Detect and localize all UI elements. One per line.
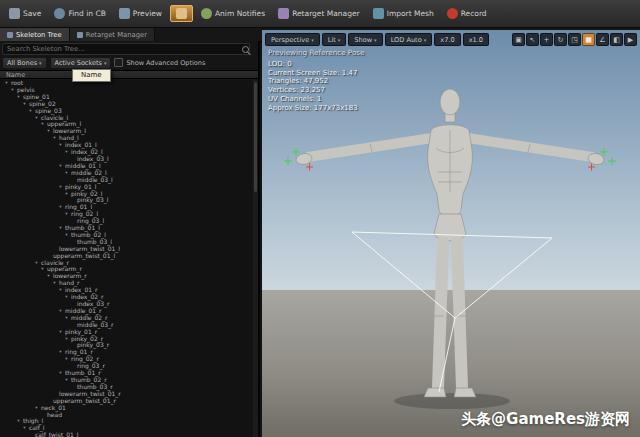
tree-item-middle_01_l[interactable]: ▾middle_01_l (0, 163, 252, 170)
name-column-header[interactable]: Name (0, 70, 258, 79)
expander-icon[interactable]: ▾ (34, 405, 39, 412)
tree-item-index_02_l[interactable]: ▾index_02_l (0, 149, 252, 156)
toolbar-button-preview[interactable]: Preview (114, 6, 167, 21)
tree-item-lowerarm_twist_01_r[interactable]: lowerarm_twist_01_r (0, 391, 252, 398)
viewport-button-lit[interactable]: Lit▾ (322, 33, 347, 46)
tree-item-pinky_03_l[interactable]: pinky_03_l (0, 197, 252, 204)
expander-icon[interactable]: ▾ (64, 377, 69, 384)
tree-item-thumb_02_l[interactable]: ▾thumb_02_l (0, 232, 252, 239)
tree-item-root[interactable]: ▾root (0, 80, 252, 87)
preview-pose-label[interactable]: Previewing Reference Pose (268, 48, 365, 57)
tree-item-middle_02_r[interactable]: ▾middle_02_r (0, 315, 252, 322)
expander-icon[interactable]: ▾ (22, 425, 27, 432)
toolbar-button-anim-notifies[interactable]: Anim Notifies (196, 6, 270, 21)
tree-item-calf_twist_01_l[interactable]: calf_twist_01_l (0, 432, 252, 437)
tree-item-hand_r[interactable]: ▾hand_r (0, 280, 252, 287)
toolbar-button-find-in-cb[interactable]: Find in CB (49, 6, 110, 21)
expander-icon[interactable]: ▾ (52, 280, 57, 287)
scale-icon[interactable]: ◳ (568, 33, 581, 46)
tree-item-clavicle_l[interactable]: ▾clavicle_l (0, 115, 252, 122)
tree-item-middle_02_l[interactable]: ▾middle_02_l (0, 170, 252, 177)
expander-icon[interactable]: ▾ (52, 135, 57, 142)
expander-icon[interactable]: ▾ (34, 115, 39, 122)
expander-icon[interactable]: ▾ (64, 315, 69, 322)
viewport-button-x7-0[interactable]: x7.0 (434, 33, 460, 46)
expander-icon[interactable]: ▾ (64, 336, 69, 343)
expander-icon[interactable]: ▾ (58, 225, 63, 232)
tree-item-clavicle_r[interactable]: ▾clavicle_r (0, 260, 252, 267)
tree-item-thumb_01_r[interactable]: ▾thumb_01_r (0, 370, 252, 377)
expander-icon[interactable]: ▾ (64, 191, 69, 198)
viewport-button-x1-0[interactable]: x1.0 (463, 33, 489, 46)
tree-item-ring_01_l[interactable]: ▾ring_01_l (0, 204, 252, 211)
expander-icon[interactable]: ▾ (28, 108, 33, 115)
tree-item-lowerarm_l[interactable]: ▾lowerarm_l (0, 128, 252, 135)
expander-icon[interactable]: ▾ (64, 211, 69, 218)
tree-item-ring_03_r[interactable]: ring_03_r (0, 363, 252, 370)
tree-item-upperarm_r[interactable]: ▾upperarm_r (0, 266, 252, 273)
expander-icon[interactable]: ▾ (34, 260, 39, 267)
expander-icon[interactable]: ▾ (40, 121, 45, 128)
toolbar-button-retarget-manager[interactable]: Retarget Manager (273, 6, 365, 21)
expander-icon[interactable]: ▾ (58, 287, 63, 294)
tree-item-thumb_03_l[interactable]: thumb_03_l (0, 239, 252, 246)
tree-item-neck_01[interactable]: ▾neck_01 (0, 405, 252, 412)
tab-retarget-manager[interactable]: Retarget Manager (70, 28, 155, 41)
tree-scrollbar[interactable] (253, 80, 258, 437)
advanced-options-checkbox[interactable] (114, 58, 123, 67)
tree-item-index_03_l[interactable]: index_03_l (0, 156, 252, 163)
sockets-filter-button[interactable]: Active Sockets ▾ (50, 57, 112, 69)
tree-item-thumb_02_r[interactable]: ▾thumb_02_r (0, 377, 252, 384)
tree-item-upperarm_twist_01_r[interactable]: upperarm_twist_01_r (0, 398, 252, 405)
expander-icon[interactable]: ▾ (64, 356, 69, 363)
bones-filter-button[interactable]: All Bones ▾ (2, 57, 47, 69)
tree-item-ring_02_r[interactable]: ▾ring_02_r (0, 356, 252, 363)
tree-item-hand_l[interactable]: ▾hand_l (0, 135, 252, 142)
expander-icon[interactable]: ▾ (58, 142, 63, 149)
tree-item-thumb_03_r[interactable]: thumb_03_r (0, 384, 252, 391)
expander-icon[interactable]: ▾ (64, 149, 69, 156)
expander-icon[interactable]: ▾ (58, 163, 63, 170)
tree-item-lowerarm_twist_01_l[interactable]: lowerarm_twist_01_l (0, 246, 252, 253)
grid-snap-icon[interactable]: ▦ (582, 33, 595, 46)
expander-icon[interactable]: ▾ (58, 370, 63, 377)
search-input[interactable] (2, 43, 250, 55)
tree-item-pinky_02_l[interactable]: ▾pinky_02_l (0, 191, 252, 198)
tree-item-index_02_r[interactable]: ▾index_02_r (0, 294, 252, 301)
expander-icon[interactable]: ▾ (22, 101, 27, 108)
camera-icon[interactable]: ▶ (624, 33, 637, 46)
expander-icon[interactable]: ▾ (40, 266, 45, 273)
scrollbar-thumb[interactable] (254, 82, 257, 192)
expander-icon[interactable]: ▾ (4, 80, 9, 87)
expander-icon[interactable]: ▾ (58, 329, 63, 336)
tree-item-lowerarm_r[interactable]: ▾lowerarm_r (0, 273, 252, 280)
expander-icon[interactable]: ▾ (10, 87, 15, 94)
tree-item-ring_01_r[interactable]: ▾ring_01_r (0, 349, 252, 356)
rotate-icon[interactable]: ↻ (554, 33, 567, 46)
expander-icon[interactable]: ▾ (64, 232, 69, 239)
tree-item-middle_01_r[interactable]: ▾middle_01_r (0, 308, 252, 315)
tree-item-upperarm_l[interactable]: ▾upperarm_l (0, 121, 252, 128)
tree-item-pinky_03_r[interactable]: pinky_03_r (0, 342, 252, 349)
socket-marker[interactable] (588, 164, 595, 171)
expander-icon[interactable]: ▾ (58, 349, 63, 356)
tree-item-middle_03_l[interactable]: middle_03_l (0, 177, 252, 184)
character-head[interactable] (440, 89, 460, 115)
expander-icon[interactable]: ▾ (16, 94, 21, 101)
viewport[interactable]: Perspective▾Lit▾Show▾LOD Auto▾x7.0x1.0▣↖… (262, 30, 640, 437)
viewport-button-show[interactable]: Show▾ (348, 33, 382, 46)
toolbar-button-record[interactable]: Record (442, 6, 492, 21)
tab-skeleton-tree[interactable]: Skeleton Tree (0, 28, 70, 41)
toolbar-button-save[interactable]: Save (4, 6, 46, 21)
move-icon[interactable]: + (540, 33, 553, 46)
scale-snap-icon[interactable]: ◧ (610, 33, 623, 46)
tree-item-index_01_r[interactable]: ▾index_01_r (0, 287, 252, 294)
expander-icon[interactable]: ▾ (16, 418, 21, 425)
tree-item-ring_03_l[interactable]: ring_03_l (0, 218, 252, 225)
expander-icon[interactable]: ▾ (64, 170, 69, 177)
socket-marker[interactable] (306, 164, 313, 171)
expander-icon[interactable]: ▾ (58, 204, 63, 211)
expander-icon[interactable]: ▾ (46, 273, 51, 280)
tree-item-pinky_01_l[interactable]: ▾pinky_01_l (0, 184, 252, 191)
viewport-button-lod-auto[interactable]: LOD Auto▾ (385, 33, 433, 46)
